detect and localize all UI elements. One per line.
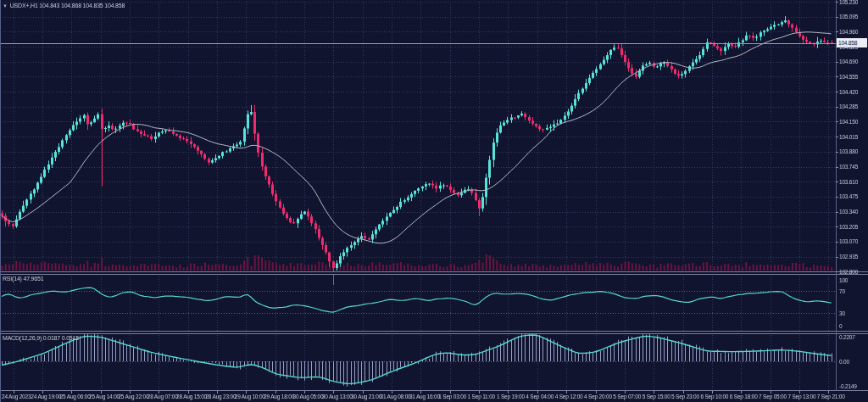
price-axis-label: 104.420 — [839, 89, 858, 95]
time-axis-label: 6 Sep 10:00 — [700, 394, 728, 399]
price-axis-label: 105.095 — [839, 14, 858, 20]
time-axis-label: 30 Aug 05:00 — [293, 394, 324, 399]
time-axis-label: 5 Sep 15:00 — [643, 394, 670, 399]
price-axis-label: 103.745 — [839, 164, 858, 170]
chart-title: ▼ USDX+,H1 104.843 104.868 104.835 104.8… — [3, 3, 125, 8]
time-axis-label: 7 Sep 05:00 — [759, 394, 787, 399]
macd-axis-label: -0.2149 — [839, 383, 857, 389]
macd-axis-label: 0.2207 — [839, 334, 855, 340]
price-axis-label: 104.555 — [839, 74, 858, 80]
time-axis-label: 28 Aug 23:00 — [205, 394, 236, 399]
time-axis-label: 1 Sep 19:00 — [497, 394, 525, 399]
macd-indicator-label: MACD(12,26,9) 0.0187 0.0515 — [3, 335, 79, 341]
time-axis-label: 6 Sep 18:00 — [730, 394, 758, 399]
time-axis-label: 4 Sep 12:00 — [555, 394, 583, 399]
price-axis-label: 103.340 — [839, 209, 858, 215]
rsi-axis-label: 100 — [839, 277, 848, 283]
price-axis-label: 104.015 — [839, 134, 858, 140]
time-axis-label: 30 Aug 13:00 — [322, 394, 353, 399]
price-axis-label: 104.690 — [839, 59, 858, 64]
time-axis-label: 29 Aug 18:00 — [264, 394, 294, 399]
price-axis-label: 104.825 — [839, 44, 858, 50]
time-axis-label: 28 Aug 15:00 — [176, 394, 207, 399]
price-axis-label: 104.285 — [839, 103, 858, 109]
time-axis-label: 7 Sep 21:00 — [817, 394, 845, 399]
price-axis-label: 103.475 — [839, 193, 858, 199]
time-axis-label: 7 Sep 13:00 — [787, 394, 815, 399]
price-axis-label: 105.230 — [839, 0, 858, 5]
price-axis-label: 104.960 — [839, 29, 858, 35]
trading-chart-window: ▼ USDX+,H1 104.843 104.868 104.835 104.8… — [0, 0, 868, 402]
time-axis-label: 1 Sep 03:00 — [438, 394, 466, 399]
time-axis-label: 29 Aug 10:00 — [235, 394, 265, 399]
rsi-axis-label: 70 — [839, 288, 845, 294]
time-axis-label: 24 Aug 19:00 — [31, 394, 61, 399]
rsi-axis-label: 0 — [839, 323, 842, 329]
price-axis-label: 103.610 — [839, 179, 858, 185]
price-axis-label: 102.800 — [839, 269, 858, 275]
price-axis-label: 104.150 — [839, 119, 858, 125]
price-axis-label: 103.880 — [839, 148, 858, 154]
time-axis-label: 25 Aug 06:00 — [60, 394, 91, 399]
time-axis-label: 1 Sep 11:00 — [468, 394, 495, 399]
symbol-dropdown-icon[interactable]: ▼ — [3, 3, 8, 8]
time-axis-label: 5 Sep 23:00 — [671, 394, 699, 399]
time-axis-label: 30 Aug 21:00 — [351, 394, 381, 399]
chart-canvas[interactable] — [0, 0, 868, 402]
time-axis-label: 4 Sep 20:00 — [584, 394, 612, 399]
time-axis-label: 28 Aug 07:00 — [147, 394, 178, 399]
time-axis-label: 5 Sep 07:00 — [613, 394, 641, 399]
macd-axis-label: 0.00 — [839, 359, 849, 365]
price-axis-label: 103.205 — [839, 224, 858, 230]
time-axis-label: 31 Aug 08:00 — [381, 394, 411, 399]
price-axis-label: 103.070 — [839, 238, 858, 244]
time-axis-label: 24 Aug 2023 — [2, 394, 31, 399]
chart-title-text: USDX+,H1 104.843 104.868 104.835 104.858 — [10, 3, 125, 8]
rsi-axis-label: 30 — [839, 310, 845, 316]
time-axis-label: 4 Sep 04:00 — [526, 394, 554, 399]
rsi-indicator-label: RSI(14) 47.9651 — [3, 276, 43, 282]
time-axis-label: 25 Aug 14:00 — [89, 394, 120, 399]
time-axis-label: 31 Aug 16:00 — [409, 394, 440, 399]
price-axis-label: 102.935 — [839, 254, 858, 260]
time-axis-label: 25 Aug 22:00 — [118, 394, 148, 399]
